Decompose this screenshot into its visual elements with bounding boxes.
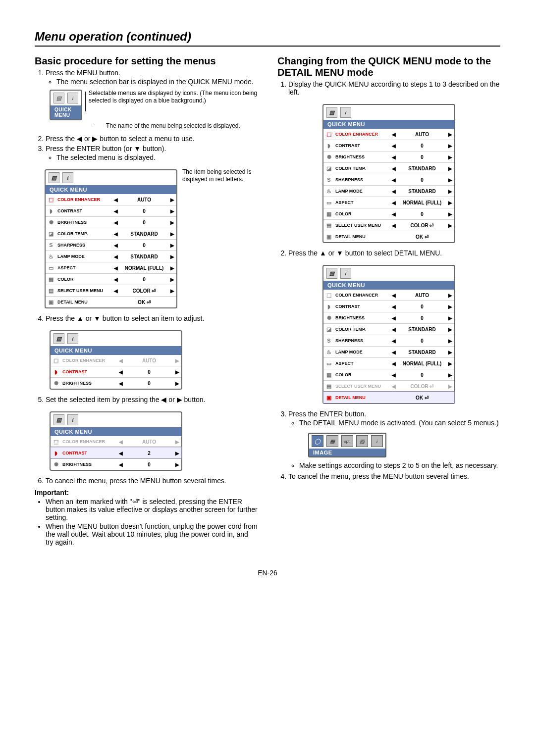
right-step4: To cancel the menu, press the MENU butto… bbox=[288, 472, 500, 480]
menu-tab-icon: ▧ bbox=[54, 414, 64, 425]
osd-header: QUICK MENU bbox=[46, 185, 176, 194]
page-number: EN-26 bbox=[35, 569, 500, 577]
detail-bar-label: IMAGE bbox=[309, 449, 385, 456]
right-column: Changing from the QUICK MENU mode to the… bbox=[277, 55, 500, 549]
left-step1-bullet: The menu selection bar is displayed in t… bbox=[56, 78, 258, 86]
diagram1: ▧ i QUICK MENU Selectable menus are disp… bbox=[50, 90, 258, 120]
diagram1-caption-bottom: The name of the menu being selected is d… bbox=[94, 122, 258, 130]
info-tab-icon: i bbox=[62, 172, 73, 183]
left-column: Basic procedure for setting the menus Pr… bbox=[35, 55, 258, 549]
left-step4: Press the ▲ or ▼ button to select an ite… bbox=[46, 314, 258, 322]
right-heading: Changing from the QUICK MENU mode to the… bbox=[277, 55, 500, 78]
detail-tab-1-icon: ◯ bbox=[312, 435, 323, 447]
info-tab-icon: i bbox=[67, 333, 78, 344]
right-step3-bullet: The DETAIL MENU mode is activated. (You … bbox=[299, 419, 500, 427]
fig2-caption: The item being selected is displayed in … bbox=[182, 168, 258, 183]
left-step3: Press the ENTER button (or ▼ button). Th… bbox=[46, 145, 258, 161]
right-step3: Press the ENTER button. The DETAIL MENU … bbox=[288, 410, 500, 469]
left-step1: Press the MENU button. The menu selectio… bbox=[46, 69, 258, 86]
detail-tab-3-icon: opt. bbox=[341, 435, 353, 447]
info-tab-icon: i bbox=[67, 93, 78, 103]
left-step5: Set the selected item by pressing the ◀ … bbox=[46, 396, 258, 403]
diagram1-caption-top: Selectable menus are displayed by icons.… bbox=[89, 90, 258, 104]
right-step3-bullet2: Make settings according to steps 2 to 5 … bbox=[299, 461, 500, 469]
menu-tab-icon: ▧ bbox=[54, 333, 64, 344]
left-step2: Press the ◀ or ▶ button to select a menu… bbox=[46, 135, 258, 143]
detail-menu-bar: ◯ ▦ opt. ▥ i IMAGE bbox=[308, 433, 386, 457]
osd-header: QUICK MENU bbox=[51, 346, 181, 355]
osd-full-r1: ▧ i QUICK MENU ⬚COLOR ENHANCER◀AUTO▶ ◗CO… bbox=[322, 104, 455, 243]
menu-tab-icon: ▧ bbox=[326, 107, 337, 118]
osd-full-1: ▧ i QUICK MENU ⬚COLOR ENHANCER◀AUTO▶ ◗CO… bbox=[45, 169, 177, 308]
left-heading: Basic procedure for setting the menus bbox=[35, 55, 258, 67]
osd-partial-2: ▧ i QUICK MENU ⬚COLOR ENHANCER◀AUTO▶ ◗CO… bbox=[50, 411, 182, 471]
osd-header-bar: QUICK MENU bbox=[51, 105, 81, 119]
menu-tab-icon: ▧ bbox=[54, 93, 64, 103]
osd-header: QUICK MENU bbox=[51, 427, 181, 436]
important-b2: When the MENU button doesn't function, u… bbox=[46, 522, 258, 546]
fig2: ▧ i QUICK MENU ⬚COLOR ENHANCER◀AUTO▶ ◗CO… bbox=[45, 165, 258, 312]
left-step6: To cancel the menu, press the MENU butto… bbox=[46, 477, 258, 485]
osd-full-r2: ▧ i QUICK MENU ⬚COLOR ENHANCER◀AUTO▶ ◗CO… bbox=[322, 265, 455, 404]
info-tab-icon: i bbox=[340, 107, 351, 118]
left-step3-bullet: The selected menu is displayed. bbox=[56, 153, 258, 161]
detail-tab-2-icon: ▦ bbox=[326, 435, 338, 447]
detail-tab-4-icon: ▥ bbox=[356, 435, 368, 447]
osd-partial-1: ▧ i QUICK MENU ⬚COLOR ENHANCER◀AUTO▶ ◗CO… bbox=[50, 330, 182, 390]
right-step1: Display the QUICK MENU according to step… bbox=[288, 80, 500, 96]
detail-tab-5-icon: i bbox=[371, 435, 383, 447]
menu-tab-icon: ▧ bbox=[49, 172, 59, 183]
info-tab-icon: i bbox=[340, 268, 351, 279]
osd-header: QUICK MENU bbox=[323, 120, 454, 129]
info-tab-icon: i bbox=[67, 414, 78, 425]
important-label: Important: bbox=[35, 489, 258, 497]
important-b1: When an item marked with "⏎" is selected… bbox=[46, 498, 258, 521]
right-step2: Press the ▲ or ▼ button to select DETAIL… bbox=[288, 249, 500, 257]
page-title: Menu operation (continued) bbox=[35, 30, 500, 47]
menu-tab-icon: ▧ bbox=[326, 268, 337, 279]
osd-header: QUICK MENU bbox=[323, 281, 454, 290]
